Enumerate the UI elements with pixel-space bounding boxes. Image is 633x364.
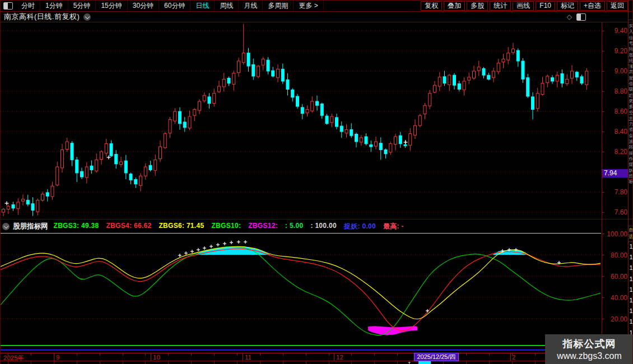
current-price-tag: 7.94 (602, 169, 628, 178)
strip-char: 操 (629, 151, 633, 156)
indicator-value-7: 捉妖: 0.00 (344, 222, 376, 231)
month-boundary-tick (243, 353, 243, 361)
cell-border (329, 361, 329, 364)
strip-char: 作 (629, 156, 633, 161)
toolbar-button-8[interactable]: 返回 (607, 1, 628, 11)
strip-char: 段 (629, 144, 633, 150)
time-axis-label: 12 (336, 354, 343, 361)
toolbar-button-0[interactable]: 复权 (421, 1, 442, 11)
cell-border (123, 361, 123, 364)
indicator-value-1: ZBGS4: 66.62 (106, 222, 151, 231)
strip-count: 1 (629, 309, 633, 314)
indicator-values: ZBGS3: 49.38ZBGS4: 66.62ZBGS6: 71.45ZBGS… (54, 222, 411, 231)
week-tick (351, 353, 352, 356)
axis-border (602, 22, 602, 361)
period-tab-3[interactable]: 15分钟 (96, 1, 127, 11)
time-axis-label: 9 (56, 354, 59, 361)
period-tab-7[interactable]: 周线 (215, 1, 239, 11)
week-tick (31, 353, 31, 356)
indicator-header: 股朋指标网 ZBGS3: 49.38ZBGS4: 66.62ZBGS6: 71.… (1, 221, 601, 232)
cell-border (31, 361, 31, 364)
period-tab-0[interactable]: 分时 (16, 1, 40, 11)
divider (1, 219, 633, 220)
next-panel-marker-peek: + (408, 360, 411, 364)
period-tabs: 分时1分钟5分钟15分钟30分钟60分钟日线周线月线多周期更多 > (16, 1, 324, 11)
diamond-icon[interactable]: ◇ (567, 13, 572, 21)
period-tab-4[interactable]: 30分钟 (128, 1, 159, 11)
indicator-value-3: ZBGS10: (211, 222, 241, 231)
right-sidebar-strip[interactable]: 买入信号持股待涨高抛低吸趋势多空主力资金波段操作捉妖指标自选111111111 (629, 0, 633, 364)
cell-border (466, 361, 467, 364)
toolbar-button-5[interactable]: F10 (536, 1, 555, 11)
indicator-source-label: 股朋指标网 (13, 222, 48, 231)
chevron-down-icon[interactable] (83, 13, 91, 21)
week-tick (191, 353, 192, 356)
strip-char: 股 (629, 53, 633, 58)
strip-divider (629, 226, 633, 226)
strip-char: 趋 (629, 93, 633, 98)
week-tick (145, 353, 146, 356)
strip-char: 吸 (629, 87, 633, 92)
week-tick (123, 353, 123, 356)
title-bar-icons: ◇ (567, 12, 586, 22)
strip-char: 持 (629, 46, 633, 52)
main-markers (5, 141, 408, 206)
strip-divider (629, 20, 633, 20)
period-tab-10[interactable]: 更多 > (294, 1, 323, 11)
strip-divider (629, 179, 633, 180)
indicator-value-0: ZBGS3: 49.38 (54, 222, 99, 231)
indicator-axis-label: 20.00 (602, 315, 627, 323)
week-tick (397, 353, 398, 356)
toolbar: 分时1分钟5分钟15分钟30分钟60分钟日线周线月线多周期更多 > 复权叠加多股… (1, 0, 633, 12)
period-tab-1[interactable]: 1分钟 (40, 1, 68, 11)
cell-border (145, 361, 146, 364)
indicator-value-2: ZBGS6: 71.45 (159, 222, 204, 231)
watermark-url: www.zbgs3.com (545, 351, 633, 361)
toolbar-button-2[interactable]: 多股 (467, 1, 488, 11)
strip-char: 指 (629, 174, 633, 179)
candles-group (2, 24, 588, 216)
cell-border (351, 361, 352, 364)
candlestick-chart[interactable] (1, 22, 602, 219)
week-tick (77, 353, 77, 356)
panel-layout-icon[interactable] (576, 13, 586, 21)
cell-border (168, 361, 169, 364)
cell-border (237, 361, 238, 364)
strip-highlight-char: 自 (629, 227, 633, 232)
period-tab-6[interactable]: 日线 (190, 1, 215, 11)
period-tab-8[interactable]: 月线 (239, 1, 263, 11)
week-tick (466, 353, 467, 356)
period-tab-5[interactable]: 60分钟 (159, 1, 190, 11)
collapse-indicator-icon[interactable] (2, 223, 10, 230)
toolbar-button-1[interactable]: 叠加 (444, 1, 465, 11)
cell-border (100, 361, 100, 364)
toolbar-button-4[interactable]: 画线 (513, 1, 534, 11)
indicator-axis-label: 60.00 (602, 273, 627, 281)
indicator-axis-label: 80.00 (602, 251, 627, 259)
cell-border (535, 361, 536, 364)
split-view-icon[interactable] (3, 2, 13, 10)
strip-divider (629, 241, 633, 242)
strip-char: 信 (629, 35, 633, 40)
title-bar: 南京高科(日线.前复权) ◇ (1, 12, 633, 22)
period-tab-2[interactable]: 5分钟 (68, 1, 96, 11)
week-tick (168, 353, 169, 356)
strip-char: 抛 (629, 76, 633, 81)
cell-border (214, 361, 215, 364)
indicator-axis-label: 100.00 (602, 230, 627, 238)
cell-border (260, 361, 260, 364)
period-tab-9[interactable]: 多周期 (263, 1, 294, 11)
time-axis: 2025年91011122 (1, 353, 602, 361)
price-axis-label: 9.00 (602, 67, 627, 75)
toolbar-button-6[interactable]: 标记 (557, 1, 578, 11)
toolbar-button-7[interactable]: +自选 (580, 1, 605, 11)
next-panel-edge (1, 361, 602, 364)
strip-count: 1 (629, 277, 633, 282)
week-tick (214, 353, 215, 356)
indicator-chart[interactable] (1, 234, 602, 353)
indicator-lines (1, 246, 601, 350)
cell-border (283, 361, 283, 364)
toolbar-button-3[interactable]: 统计 (490, 1, 511, 11)
main-gridlines (1, 31, 601, 212)
strip-char: 买 (629, 24, 633, 29)
